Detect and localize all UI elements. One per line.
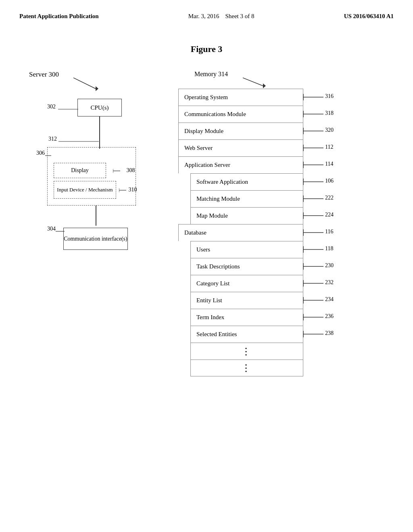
memory-label-text: Memory 314 <box>194 71 228 77</box>
memory-box-6: Matching Module <box>190 190 303 207</box>
svg-line-10 <box>243 78 263 86</box>
user-interface-box: User interface Display Input Device / Me… <box>47 147 136 206</box>
label-308-hook <box>113 168 125 174</box>
ref-bracket-0 <box>303 93 340 101</box>
sheet-label: Sheet 3 of 8 <box>225 13 254 19</box>
memory-box-10: Task Descriptions <box>190 258 303 275</box>
label-302: 302 <box>47 104 56 110</box>
ref-num-12: 234 <box>325 296 334 303</box>
ref-bracket-6 <box>303 195 340 203</box>
label-310: 310 <box>119 187 137 193</box>
memory-box-1: Communications Module <box>178 106 303 123</box>
dots-row-1: ⋮ <box>190 360 303 376</box>
svg-line-0 <box>73 78 96 89</box>
ref-bracket-4 <box>303 161 340 169</box>
ref-num-0: 316 <box>325 93 334 100</box>
ref-bracket-1 <box>303 110 340 118</box>
comm-label: Communication interface(s) <box>64 236 127 242</box>
label-308: 308 <box>113 167 135 174</box>
date-sheet-label: Mar. 3, 2016 Sheet 3 of 8 <box>188 13 254 20</box>
ref-bracket-5 <box>303 178 340 186</box>
cpu-box: CPU(s) <box>77 99 122 116</box>
ref-bracket-13 <box>303 313 340 321</box>
ref-bracket-7 <box>303 212 340 220</box>
cpu-label: CPU(s) <box>90 104 108 111</box>
ref-num-4: 114 <box>325 161 333 167</box>
vline-cpu <box>99 116 100 149</box>
label-306: 306 <box>36 150 45 156</box>
ref-num-8: 116 <box>325 229 333 235</box>
memory-box-5: Software Application <box>190 173 303 190</box>
label-304: 304 <box>47 226 56 232</box>
date-label: Mar. 3, 2016 <box>188 13 219 19</box>
memory-arrow <box>243 75 271 91</box>
ref-num-5: 106 <box>325 178 334 184</box>
ref-num-14: 238 <box>325 330 334 337</box>
page-header: Patent Application Publication Mar. 3, 2… <box>0 0 413 20</box>
ref-bracket-3 <box>303 144 340 152</box>
label-308-text: 308 <box>127 167 135 173</box>
ref-num-11: 232 <box>325 279 334 286</box>
memory-box-9: Users <box>190 241 303 258</box>
label-310-hook <box>119 187 127 193</box>
memory-box-3: Web Server <box>178 139 303 156</box>
svg-marker-1 <box>96 86 98 91</box>
memory-box-2: Display Module <box>178 123 303 139</box>
ref-num-7: 224 <box>325 212 334 218</box>
ref-num-10: 230 <box>325 262 334 269</box>
ref-bracket-2 <box>303 127 340 135</box>
dots-row-0: ⋮ <box>190 343 303 360</box>
ref-bracket-9 <box>303 245 340 254</box>
display-box: Display <box>54 163 106 178</box>
comm-box: Communication interface(s) <box>63 228 128 250</box>
ref-num-9: 118 <box>325 245 333 252</box>
ref-num-1: 318 <box>325 110 334 116</box>
diagram: Server 300 CPU(s) 302 312 306 User inter… <box>25 66 388 449</box>
ref-num-6: 222 <box>325 195 334 201</box>
memory-box-11: Category List <box>190 275 303 292</box>
ref-bracket-12 <box>303 296 340 304</box>
label-310-text: 310 <box>129 187 137 193</box>
label-312: 312 <box>48 136 57 142</box>
label-304-line <box>56 229 66 234</box>
memory-box-13: Term Index <box>190 309 303 326</box>
memory-box-0: Operating System <box>178 89 303 106</box>
ref-bracket-10 <box>303 262 340 270</box>
ref-bracket-8 <box>303 229 340 237</box>
ref-num-13: 236 <box>325 313 334 320</box>
figure-title: Figure 3 <box>0 44 413 54</box>
ref-num-3: 112 <box>325 144 333 150</box>
memory-box-7: Map Module <box>190 207 303 224</box>
label-302-line <box>58 107 80 112</box>
memory-box-4: Application Server <box>178 156 303 173</box>
server-label: Server 300 <box>29 71 59 79</box>
vline-ui <box>96 206 96 226</box>
patent-number-label: US 2016/063410 A1 <box>344 13 394 20</box>
publication-label: Patent Application Publication <box>19 13 99 20</box>
memory-label: Memory 314 <box>194 71 228 78</box>
input-device-label: Input Device / Mechanism <box>57 187 113 193</box>
display-label: Display <box>71 167 89 174</box>
ref-num-2: 320 <box>325 127 334 133</box>
memory-box-8: Database <box>178 224 303 241</box>
ref-bracket-11 <box>303 279 340 287</box>
label-312-line <box>58 139 103 144</box>
input-device-box: Input Device / Mechanism <box>54 181 116 199</box>
memory-box-14: Selected Entities <box>190 326 303 343</box>
server-arrow <box>73 75 106 95</box>
memory-box-12: Entity List <box>190 292 303 309</box>
svg-marker-11 <box>263 83 266 88</box>
ref-bracket-14 <box>303 330 340 338</box>
